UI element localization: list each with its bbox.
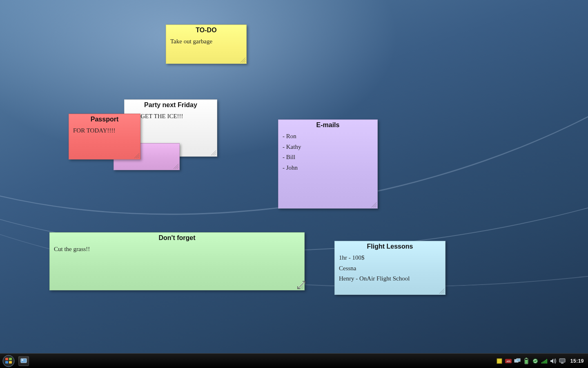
sticky-note-dontforget[interactable]: Don't forget Cut the grass!!: [49, 232, 305, 290]
svg-rect-1: [5, 358, 8, 360]
sticky-note-body[interactable]: - Ron - Kathy - Bill - John: [278, 130, 377, 176]
sticky-note-body[interactable]: FOR TODAY!!!!: [69, 125, 140, 139]
svg-rect-6: [22, 359, 23, 361]
start-button[interactable]: [2, 354, 16, 368]
sticky-note-body[interactable]: Cut the grass!!: [50, 243, 304, 258]
ati-icon[interactable]: ATI: [505, 358, 512, 364]
svg-rect-3: [5, 361, 8, 364]
resize-grip-icon[interactable]: [371, 202, 376, 207]
sticky-note-title: E-mails: [278, 120, 377, 130]
svg-rect-21: [559, 359, 565, 362]
svg-rect-16: [541, 362, 542, 364]
sticky-note-title: Party next Friday: [125, 100, 217, 110]
resize-grip-icon[interactable]: [173, 163, 178, 169]
sticky-note-title: Passport: [69, 114, 140, 125]
resize-grip-icon[interactable]: [240, 57, 245, 63]
sticky-note-flight[interactable]: Flight Lessons 1hr - 100$ Cessna Henry -…: [334, 241, 445, 295]
taskbar-item-show-desktop[interactable]: [18, 356, 29, 366]
signal-icon[interactable]: [541, 358, 548, 364]
svg-rect-22: [561, 363, 564, 364]
sticky-note-passport[interactable]: Passport FOR TODAY!!!!: [69, 114, 140, 159]
svg-text:ATI: ATI: [506, 359, 510, 362]
sticky-note-icon[interactable]: [496, 358, 503, 364]
sticky-note-title: Flight Lessons: [335, 241, 445, 252]
network-icon[interactable]: [514, 358, 521, 364]
volume-icon[interactable]: [550, 358, 557, 364]
svg-rect-2: [9, 358, 12, 360]
svg-rect-18: [544, 361, 545, 364]
taskbar-clock[interactable]: 15:19: [570, 358, 584, 364]
resize-grip-icon[interactable]: [134, 153, 139, 158]
sticky-note-body[interactable]: 1hr - 100$ Cessna Henry - OnAir Flight S…: [335, 252, 445, 287]
resize-grip-icon[interactable]: [439, 288, 444, 294]
svg-point-0: [3, 355, 14, 367]
system-tray: ATI 15:19: [496, 358, 588, 364]
svg-rect-4: [9, 361, 12, 364]
svg-rect-20: [546, 359, 547, 364]
svg-point-15: [533, 359, 538, 364]
sticky-note-title: Don't forget: [50, 233, 304, 243]
battery-icon[interactable]: [523, 358, 530, 364]
sticky-note-todo[interactable]: TO-DO Take out garbage: [166, 25, 247, 64]
resize-grip-icon[interactable]: [210, 150, 216, 155]
svg-rect-14: [525, 360, 528, 364]
sticky-note-title: TO-DO: [166, 25, 246, 36]
svg-rect-17: [543, 361, 543, 364]
svg-rect-11: [517, 359, 520, 361]
sticky-note-body[interactable]: Take out garbage: [166, 36, 246, 50]
resize-grip-icon[interactable]: [298, 283, 303, 289]
sticky-note-emails[interactable]: E-mails - Ron - Kathy - Bill - John: [278, 119, 378, 209]
taskbar: ATI 15:19: [0, 353, 588, 368]
svg-rect-19: [545, 360, 546, 364]
sync-icon[interactable]: [532, 358, 539, 364]
monitor-icon[interactable]: [559, 358, 566, 364]
